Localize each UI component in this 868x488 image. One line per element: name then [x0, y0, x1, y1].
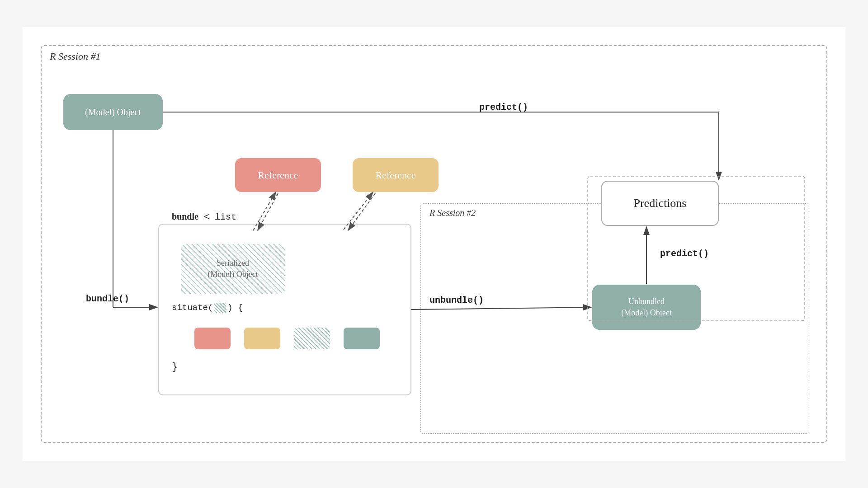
close-brace: } — [172, 361, 178, 373]
session1-label: R Session #1 — [50, 51, 100, 62]
predictions-label: Predictions — [634, 197, 687, 210]
bundle-mono: < list — [198, 212, 236, 222]
predict-top-label: predict() — [479, 102, 528, 113]
reference-tan-box: Reference — [353, 158, 439, 192]
reference-pink-label: Reference — [258, 169, 298, 181]
predict-right-label: predict() — [660, 249, 709, 259]
bundle-list-label: bundle < list — [172, 211, 236, 222]
situate-code-line: situate() { — [172, 303, 243, 313]
situate-icon — [214, 303, 226, 313]
small-rect-pink — [194, 328, 231, 349]
unbundled-label: Unbundled(Model) Object — [621, 296, 671, 319]
model-object-box: (Model) Object — [63, 94, 163, 130]
model-object-label: (Model) Object — [85, 107, 141, 117]
small-rect-tan — [244, 328, 280, 349]
session2-label: R Session #2 — [429, 208, 476, 218]
serialized-label: Serialized(Model) Object — [208, 258, 258, 280]
small-rect-teal — [344, 328, 380, 349]
serialized-box: Serialized(Model) Object — [181, 244, 285, 294]
unbundled-box: Unbundled(Model) Object — [592, 285, 701, 330]
diagram-wrapper: R Session #1 (Model) Object Reference Re… — [23, 27, 845, 461]
bundle-func-label: bundle() — [86, 294, 129, 304]
small-rect-hatch — [294, 328, 330, 349]
reference-tan-label: Reference — [375, 169, 415, 181]
reference-pink-box: Reference — [235, 158, 321, 192]
predictions-box: Predictions — [601, 181, 719, 226]
bundle-text: bundle — [172, 211, 198, 221]
unbundle-func-label: unbundle() — [429, 295, 484, 305]
